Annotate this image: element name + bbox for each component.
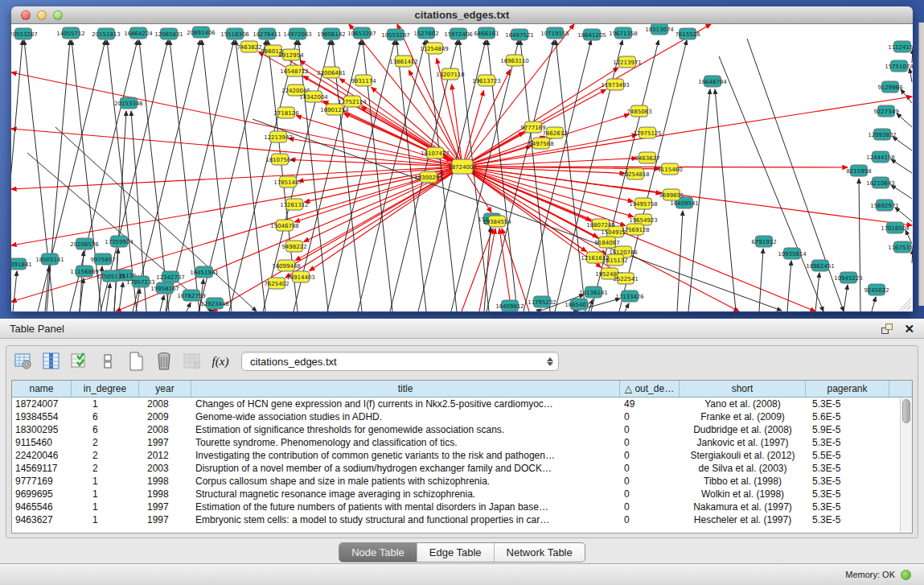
cell-out_de: 0 xyxy=(620,437,680,448)
table-row[interactable]: 1830029562008Estimation of significance … xyxy=(12,423,900,436)
graph-node-label: 1527602 xyxy=(413,31,438,37)
graph-node-label: 20206576 xyxy=(70,241,99,248)
cell-out_de: 0 xyxy=(620,463,680,474)
cell-short: Nakamura et al. (1997) xyxy=(680,501,806,513)
network-window-titlebar[interactable]: citations_edges.txt xyxy=(11,6,913,24)
import-table-disabled-icon[interactable] xyxy=(182,351,203,372)
graph-edge xyxy=(253,119,782,311)
column-header-short[interactable]: short xyxy=(680,381,806,397)
float-panel-icon[interactable] xyxy=(881,323,893,334)
graph-node-label: 19391841 xyxy=(11,262,32,268)
graph-edge xyxy=(55,127,257,311)
graph-node-label: 16782759 xyxy=(177,293,206,299)
vertical-scrollbar[interactable] xyxy=(900,398,912,533)
graph-edge xyxy=(462,167,912,225)
graph-node-label: 16914403 xyxy=(286,274,315,281)
graph-node-label: 13861412 xyxy=(389,59,418,65)
graph-node-label: 17016504 xyxy=(881,225,910,232)
graph-node-label: 17851487 xyxy=(273,179,302,186)
graph-edge xyxy=(285,167,462,278)
graph-edge xyxy=(859,179,860,311)
scrollbar-thumb[interactable] xyxy=(902,399,910,423)
column-header-year[interactable]: year xyxy=(139,381,191,397)
graph-node-label: 12444158 xyxy=(866,154,895,161)
tab-network-table[interactable]: Network Table xyxy=(495,543,585,562)
cell-short: Wolkin et al. (1998) xyxy=(680,488,806,500)
graph-edge xyxy=(11,167,462,189)
cell-pagerank: 5.5E-5 xyxy=(806,450,889,461)
graph-node-label: 9463627 xyxy=(634,155,659,162)
cell-pagerank: 5.3E-5 xyxy=(806,437,889,448)
table-row[interactable]: 1938455462009Genome-wide association stu… xyxy=(12,410,900,423)
delete-table-icon[interactable] xyxy=(154,351,175,372)
graph-node-label: 19384554 xyxy=(483,219,511,225)
dropdown-stepper-icon xyxy=(547,357,553,366)
graph-edge xyxy=(901,89,912,103)
graph-node-label: 10653287 xyxy=(347,31,376,37)
column-header-in_degree[interactable]: in_degree xyxy=(72,381,139,397)
network-desktop: citations_edges.txt 20553287140557122015… xyxy=(0,0,924,319)
graph-node-label: 9129966 xyxy=(877,84,903,91)
column-header-title[interactable]: title xyxy=(191,381,620,397)
graph-node-label: 18107564 xyxy=(265,157,294,163)
cell-pagerank: 5.3E-5 xyxy=(806,488,889,500)
table-settings-icon[interactable] xyxy=(13,351,34,372)
cell-title: Genome-wide association studies in ADHD. xyxy=(191,411,620,422)
graph-node-label: 7485063 xyxy=(626,109,651,115)
graph-node-label: 6791912 xyxy=(751,239,776,245)
row-height-icon[interactable] xyxy=(97,351,118,372)
cell-name: 9699695 xyxy=(12,488,72,500)
graph-edge xyxy=(872,297,876,311)
cell-pagerank: 5.6E-5 xyxy=(806,411,889,422)
graph-edge xyxy=(891,185,912,199)
cell-title: Embryonic stem cells: a model to study s… xyxy=(191,514,620,525)
new-table-icon[interactable] xyxy=(125,351,146,372)
table-row[interactable]: 1872400712008Changes of HCN gene express… xyxy=(12,398,900,410)
minimize-window-button[interactable] xyxy=(37,10,47,20)
cell-out_de: 0 xyxy=(620,488,680,500)
column-header-name[interactable]: name xyxy=(12,381,72,397)
table-row[interactable]: 969969511998Structural magnetic resonanc… xyxy=(12,488,900,501)
graph-edge xyxy=(787,261,791,311)
column-header-out_de[interactable]: △ out_de… xyxy=(620,381,680,397)
table-row[interactable]: 946362711997Embryonic stem cells: a mode… xyxy=(12,513,900,526)
cell-title: Estimation of the future numbers of pati… xyxy=(191,501,620,513)
table-row[interactable]: 1456911722003Disruption of a novel membe… xyxy=(12,462,900,475)
window-resize-grip[interactable] xyxy=(900,299,911,310)
tab-edge-table[interactable]: Edge Table xyxy=(417,543,495,562)
cell-year: 1998 xyxy=(139,476,191,487)
column-header-pagerank[interactable]: pagerank xyxy=(806,381,889,397)
graph-node-label: 9975857 xyxy=(90,257,115,263)
cell-in_degree: 2 xyxy=(72,437,139,448)
tab-node-table[interactable]: Node Table xyxy=(339,543,417,562)
graph-node-label: 9245022 xyxy=(864,287,889,294)
table-row[interactable]: 946554611997Estimation of the future num… xyxy=(12,501,900,513)
window-controls xyxy=(21,10,63,20)
graph-node-label: 15046788 xyxy=(270,223,299,229)
column-visibility-icon[interactable] xyxy=(41,351,62,372)
graph-node-label: 18724007 xyxy=(448,164,477,171)
graph-node-label: 18505141 xyxy=(35,257,64,263)
zoom-window-button[interactable] xyxy=(53,10,63,20)
table-header-row: namein_degreeyeartitle△ out_de…shortpage… xyxy=(12,381,912,398)
graph-edge xyxy=(677,211,683,311)
memory-status-label: Memory: OK xyxy=(845,570,895,579)
cell-short: de Silva et al. (2003) xyxy=(680,463,806,474)
graph-node-label: 12213942 xyxy=(264,134,293,141)
table-row[interactable]: 977716911998Corpus callosum shape and si… xyxy=(12,475,900,488)
graph-edge xyxy=(236,40,265,311)
table-row[interactable]: 2242004622012Investigating the contribut… xyxy=(12,449,900,462)
graph-node-label: 12342737 xyxy=(156,274,185,281)
graph-node-label: 11156869 xyxy=(70,269,99,275)
graph-edge xyxy=(912,49,913,63)
table-select-dropdown[interactable]: citations_edges.txt xyxy=(241,352,559,371)
row-selection-icon[interactable] xyxy=(69,351,90,372)
table-row[interactable]: 911546021997Tourette syndrome. Phenomeno… xyxy=(12,436,900,449)
graph-node-label: 10719155 xyxy=(540,31,569,37)
function-builder-icon[interactable]: f(x) xyxy=(210,351,231,372)
close-panel-icon[interactable]: ✕ xyxy=(904,323,914,335)
close-window-button[interactable] xyxy=(21,10,31,20)
cell-year: 2008 xyxy=(139,424,191,435)
network-canvas[interactable]: 2055328714055712201518131686422412065831… xyxy=(11,24,913,311)
cell-name: 9463627 xyxy=(12,514,72,525)
